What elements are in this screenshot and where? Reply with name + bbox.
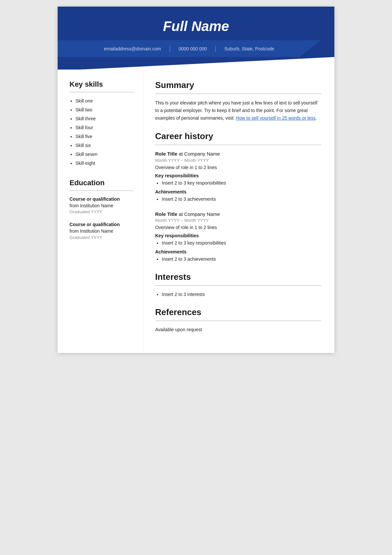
list-item: Skill four [75, 124, 134, 131]
key-skills-title: Key skills [70, 80, 134, 89]
list-item: Skill one [75, 98, 134, 104]
job-title-line-1: Role Title at Company Name [155, 150, 321, 158]
job-entry-1: Role Title at Company Name Month YYYY – … [155, 150, 321, 203]
job-achievements-list-2: Insert 2 to 3 achievements [155, 256, 321, 263]
job-responsibilities-heading-2: Key responsibilities [155, 233, 321, 238]
list-item: Skill three [75, 115, 134, 122]
resume-header: Full Name emailaddress@domain.com | 0000… [58, 7, 334, 70]
job-responsibilities-heading-1: Key responsibilities [155, 173, 321, 178]
list-item: Skill eight [75, 160, 134, 167]
summary-text-2: . [316, 115, 317, 121]
education-divider [70, 190, 134, 191]
list-item: Insert 2 to 3 achievements [162, 196, 321, 203]
summary-section: Summary This is your elevator pitch wher… [155, 80, 321, 122]
career-history-title: Career history [155, 131, 321, 141]
job-responsibilities-list-1: Insert 2 to 3 key responsibilities [155, 180, 321, 187]
skills-divider [70, 92, 134, 92]
full-name: Full Name [58, 18, 334, 40]
email-contact: emailaddress@domain.com [96, 46, 169, 51]
list-item: Skill six [75, 142, 134, 149]
summary-divider [155, 94, 321, 94]
interests-list: Insert 2 to 3 interests [155, 291, 321, 298]
main-content: Summary This is your elevator pitch wher… [143, 70, 334, 353]
summary-paragraph: This is your elevator pitch where you ha… [155, 99, 321, 122]
references-divider [155, 321, 321, 321]
references-text: Available upon request [155, 326, 321, 333]
job-dates-1: Month YYYY – Month YYYY [155, 158, 321, 163]
resume-body: Key skills Skill one Skill two Skill thr… [58, 70, 334, 353]
job-overview-2: Overview of role in 1 to 2 lines [155, 224, 321, 231]
summary-link[interactable]: How to sell yourself in 25 words or less [236, 115, 316, 121]
summary-title: Summary [155, 80, 321, 90]
edu-course-2: Course or qualification [70, 221, 134, 228]
location-contact: Suburb, State, Postcode [216, 46, 282, 51]
phone-contact: 0000 000 000 [171, 46, 215, 51]
list-item: Insert 2 to 3 interests [162, 291, 321, 298]
edu-graduated-1: Graduated YYYY [70, 209, 134, 215]
key-skills-section: Key skills Skill one Skill two Skill thr… [70, 80, 134, 167]
job-at-company-1: at Company Name [177, 151, 220, 157]
job-overview-1: Overview of role in 1 to 2 lines [155, 164, 321, 171]
job-at-company-2: at Company Name [177, 211, 220, 217]
job-achievements-heading-2: Achievements [155, 249, 321, 254]
contact-bar: emailaddress@domain.com | 0000 000 000 |… [58, 40, 321, 57]
edu-institution-1: from Institution Name [70, 203, 134, 209]
list-item: Skill two [75, 106, 134, 113]
edu-course-1: Course or qualification [70, 196, 134, 203]
career-history-divider [155, 145, 321, 145]
list-item: Insert 2 to 3 achievements [162, 256, 321, 263]
list-item: Insert 2 to 3 key responsibilities [162, 240, 321, 247]
career-history-section: Career history Role Title at Company Nam… [155, 131, 321, 263]
education-section: Education Course or qualification from I… [70, 179, 134, 241]
references-section: References Available upon request [155, 307, 321, 333]
resume-document: Full Name emailaddress@domain.com | 0000… [58, 7, 334, 353]
interests-divider [155, 285, 321, 286]
education-title: Education [70, 179, 134, 187]
job-title-line-2: Role Title at Company Name [155, 211, 321, 218]
references-title: References [155, 307, 321, 317]
edu-institution-2: from Institution Name [70, 228, 134, 235]
job-entry-2: Role Title at Company Name Month YYYY – … [155, 211, 321, 263]
education-item-2: Course or qualification from Institution… [70, 221, 134, 240]
list-item: Skill seven [75, 151, 134, 158]
list-item: Skill five [75, 133, 134, 140]
sidebar: Key skills Skill one Skill two Skill thr… [58, 70, 143, 353]
edu-graduated-2: Graduated YYYY [70, 235, 134, 241]
header-stripe [58, 57, 334, 70]
job-dates-2: Month YYYY – Month YYYY [155, 218, 321, 223]
job-achievements-list-1: Insert 2 to 3 achievements [155, 196, 321, 203]
job-responsibilities-list-2: Insert 2 to 3 key responsibilities [155, 240, 321, 247]
education-item-1: Course or qualification from Institution… [70, 196, 134, 215]
job-achievements-heading-1: Achievements [155, 189, 321, 194]
list-item: Insert 2 to 3 key responsibilities [162, 180, 321, 187]
interests-section: Interests Insert 2 to 3 interests [155, 272, 321, 298]
job-role-title-2: Role Title [155, 211, 177, 217]
interests-title: Interests [155, 272, 321, 282]
job-role-title-1: Role Title [155, 151, 177, 157]
skills-list: Skill one Skill two Skill three Skill fo… [70, 98, 134, 167]
